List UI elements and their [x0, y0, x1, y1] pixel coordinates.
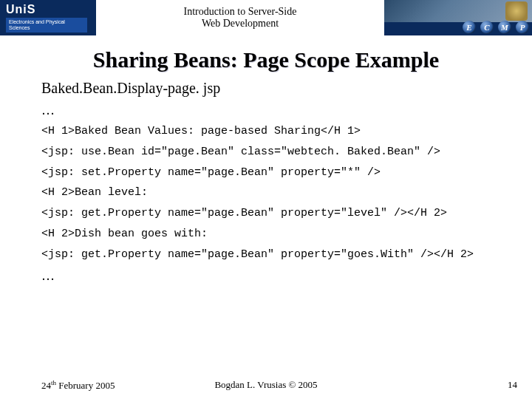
course-title: Introduction to Server-Side Web Developm… [96, 0, 384, 35]
code-block: <H 1>Baked Bean Values: page-based Shari… [41, 125, 505, 262]
circle-e: E [463, 21, 476, 34]
circle-c: C [480, 21, 494, 34]
course-title-line1: Introduction to Server-Side [184, 6, 297, 18]
footer-author: Bogdan L. Vrusias © 2005 [0, 379, 532, 391]
crest-icon [505, 1, 528, 21]
circle-p: P [516, 21, 529, 34]
code-line: <jsp: use.Bean id="page.Bean" class="web… [41, 146, 505, 160]
slide-footer: 24th February 2005 Bogdan L. Vrusias © 2… [0, 379, 532, 392]
university-logo: UniS [6, 3, 96, 16]
header-left: UniS Electronics and Physical Sciences [0, 0, 96, 35]
header-right: E C M P [384, 0, 532, 35]
slide-header: UniS Electronics and Physical Sciences I… [0, 0, 532, 35]
department-label: Electronics and Physical Sciences [6, 18, 87, 32]
code-line: <H 2>Dish bean goes with: [41, 228, 505, 242]
course-title-line2: Web Development [202, 18, 279, 30]
slide-content: Baked.Bean.Display-page. jsp … <H 1>Bake… [0, 72, 532, 284]
slide-title: Sharing Beans: Page Scope Example [0, 47, 532, 72]
code-line: <H 2>Bean level: [41, 186, 505, 200]
code-line: <H 1>Baked Bean Values: page-based Shari… [41, 125, 505, 139]
code-line: <jsp: get.Property name="page.Bean" prop… [41, 248, 505, 262]
ellipsis-top: … [41, 103, 505, 118]
code-line: <jsp: get.Property name="page.Bean" prop… [41, 207, 505, 221]
module-circles: E C M P [463, 21, 529, 34]
circle-m: M [498, 21, 511, 34]
ellipsis-bottom: … [41, 268, 505, 284]
code-line: <jsp: set.Property name="page.Bean" prop… [41, 166, 505, 180]
filename-label: Baked.Bean.Display-page. jsp [41, 80, 505, 97]
